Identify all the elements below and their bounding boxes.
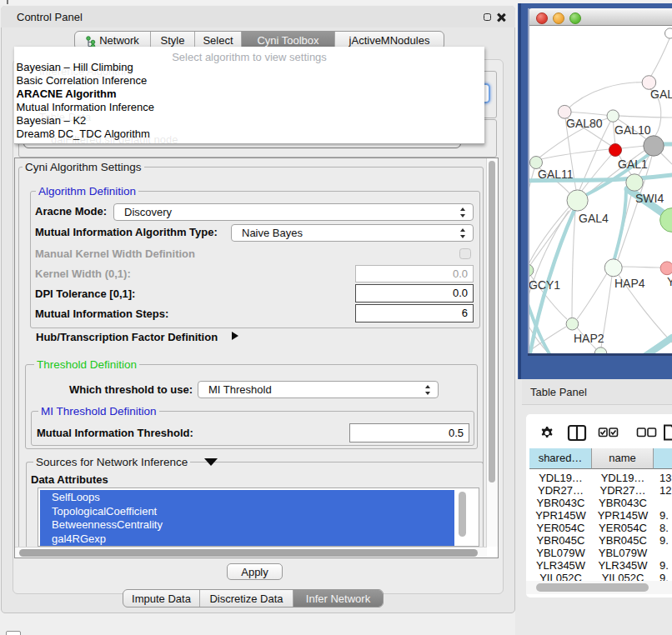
- svg-text:YM: YM: [667, 275, 672, 288]
- svg-text:GAL11: GAL11: [538, 168, 574, 181]
- svg-text:GCY1: GCY1: [529, 278, 560, 292]
- svg-text:HAP2: HAP2: [574, 332, 604, 345]
- svg-text:GAL1: GAL1: [618, 158, 648, 171]
- svg-text:GAL10: GAL10: [614, 123, 651, 137]
- svg-text:SWI4: SWI4: [635, 192, 664, 205]
- svg-text:HAP4: HAP4: [614, 277, 645, 290]
- svg-text:GAL2: GAL2: [650, 88, 672, 101]
- svg-text:GAL4: GAL4: [579, 212, 609, 225]
- svg-text:GAL80: GAL80: [566, 117, 603, 130]
